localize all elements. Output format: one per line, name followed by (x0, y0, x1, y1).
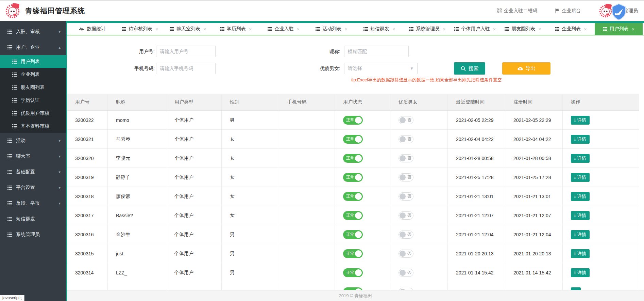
list-icon (363, 27, 368, 31)
sidebar-item[interactable]: 企业列表 (0, 68, 66, 81)
status-toggle[interactable]: 正常 (343, 154, 363, 163)
sidebar-item[interactable]: 学历认证 (0, 94, 66, 107)
brand: 青缘福田管理系统 (5, 3, 85, 19)
table-row: 3200322 momo 个体用户 男 正常 (67, 111, 639, 130)
close-icon[interactable]: × (155, 26, 158, 32)
close-icon[interactable]: × (632, 26, 635, 32)
tab[interactable]: 企业入驻 × (260, 23, 308, 35)
tab[interactable]: 短信群发 × (356, 23, 404, 35)
close-icon[interactable]: × (344, 26, 348, 32)
tab[interactable]: 用户列表 × (595, 23, 643, 35)
tab[interactable]: 聊天室列表 × (164, 23, 212, 35)
status-toggle[interactable]: 正常 (343, 249, 363, 258)
main-content: 数据统计 待审核列表 × 聊天室列表 × (67, 21, 644, 301)
tab[interactable]: 朋友圈列表 × (499, 23, 547, 35)
status-toggle[interactable]: 正常 (343, 211, 363, 220)
premium-toggle[interactable]: 否 (399, 154, 413, 162)
detail-button[interactable]: i 详情 (571, 192, 590, 201)
tab[interactable]: 数据统计 (68, 23, 116, 35)
sidebar-item[interactable]: 入驻、审核 ▾ (0, 24, 66, 39)
sidebar-item[interactable]: 朋友圈列表 (0, 81, 66, 94)
premium-toggle[interactable]: 否 (399, 231, 413, 239)
status-toggle[interactable]: 正常 (343, 192, 363, 201)
status-toggle[interactable]: 正常 (343, 230, 363, 239)
cell-user-type: 个体用户 (166, 244, 222, 263)
close-icon[interactable]: × (249, 26, 252, 32)
column-header: 手机号码 (279, 94, 335, 110)
close-icon[interactable]: × (443, 26, 446, 32)
detail-button[interactable]: i 详情 (571, 173, 590, 182)
premium-toggle[interactable]: 否 (399, 269, 413, 277)
sidebar-menu: 入驻、审核 ▾ 用户、企业 ▴ 用户列表 (0, 24, 66, 242)
list-icon (7, 154, 12, 158)
sidebar-item[interactable]: 优质用户审核 (0, 107, 66, 120)
enterprise-qr-link[interactable]: 企业入驻二维码 (497, 8, 537, 14)
premium-toggle[interactable]: 否 (399, 211, 413, 220)
sidebar-item[interactable]: 用户、企业 ▴ (0, 39, 66, 55)
sidebar-item[interactable]: 基础配置 ▾ (0, 164, 66, 180)
detail-button[interactable]: i 详情 (571, 135, 590, 144)
detail-button-label: 详情 (577, 270, 586, 276)
sidebar-item[interactable]: 短信群发 (0, 211, 66, 227)
sidebar-item[interactable]: 聊天室 ▾ (0, 148, 66, 164)
detail-button[interactable]: i 详情 (571, 249, 590, 258)
cell-registered: 2021-01-21 12:04 (505, 225, 563, 244)
premium-select[interactable]: 请选择 ▼ (344, 63, 418, 74)
tab[interactable]: 待审核列表 × (116, 23, 164, 35)
sidebar-item[interactable]: 平台设置 ▾ (0, 180, 66, 195)
sidebar-item[interactable]: 反馈、举报 ▾ (0, 195, 66, 211)
tab[interactable]: 个体用户入驻 × (451, 23, 499, 35)
user-id-input[interactable] (156, 46, 216, 57)
detail-button[interactable]: i 详情 (571, 230, 590, 239)
close-icon[interactable]: × (392, 26, 395, 32)
admin-account[interactable]: 管理员 (598, 1, 638, 21)
enterprise-backend-link[interactable]: 企业后台 (555, 8, 581, 14)
status-toggle[interactable]: 正常 (343, 173, 363, 182)
sidebar-item[interactable]: 基本资料审核 (0, 120, 66, 133)
list-icon (7, 233, 12, 237)
tab[interactable]: 活动列表 × (308, 23, 356, 35)
premium-toggle[interactable]: 否 (399, 250, 413, 258)
list-icon (454, 27, 459, 31)
detail-button[interactable]: i (571, 287, 581, 290)
premium-toggle[interactable]: 否 (399, 192, 413, 201)
premium-toggle[interactable]: 否 (399, 135, 413, 143)
premium-toggle[interactable]: 否 (399, 116, 413, 124)
sidebar-item[interactable]: 系统管理员 (0, 227, 66, 242)
sidebar-item[interactable]: 用户列表 (0, 55, 66, 68)
toggle-knob (400, 117, 406, 123)
chevron-icon: ▴ (58, 45, 61, 50)
nickname-input[interactable] (344, 46, 409, 57)
detail-button[interactable]: i 详情 (571, 211, 590, 220)
close-icon[interactable]: × (296, 26, 300, 32)
premium-toggle[interactable]: 否 (399, 173, 413, 181)
status-toggle[interactable]: 正常 (343, 135, 363, 144)
close-icon[interactable]: × (493, 26, 496, 32)
close-icon[interactable]: × (584, 26, 587, 32)
premium-toggle[interactable] (399, 288, 413, 290)
cell-phone (279, 168, 335, 187)
tab[interactable]: 系统管理员 × (403, 23, 451, 35)
user-id-label: 用户号: (87, 46, 155, 57)
status-toggle[interactable]: 正常 (343, 268, 363, 277)
tab[interactable]: 学历列表 × (212, 23, 260, 35)
export-button[interactable]: 导出 (502, 62, 550, 75)
close-icon[interactable]: × (203, 26, 206, 32)
list-icon (12, 73, 17, 77)
status-toggle[interactable]: 正常 (343, 116, 363, 125)
table-row: 3200317 Bassie? 个体用户 女 正常 (67, 206, 639, 225)
search-button[interactable]: 搜索 (454, 62, 485, 75)
detail-button[interactable]: i 详情 (571, 116, 590, 125)
detail-button[interactable]: i 详情 (571, 268, 590, 277)
tab[interactable]: 企业列表 × (547, 23, 595, 35)
info-icon: i (574, 232, 576, 237)
list-icon (7, 186, 12, 190)
premium-toggle-label: 否 (407, 251, 411, 256)
phone-input[interactable] (156, 63, 216, 74)
detail-button[interactable]: i 详情 (571, 154, 590, 163)
info-icon: i (574, 213, 576, 218)
table-row: 3200315 just 个体用户 男 正常 (67, 244, 639, 263)
close-icon[interactable]: × (538, 26, 541, 32)
status-toggle[interactable] (343, 287, 363, 290)
sidebar-item[interactable]: 活动 ▾ (0, 133, 66, 148)
